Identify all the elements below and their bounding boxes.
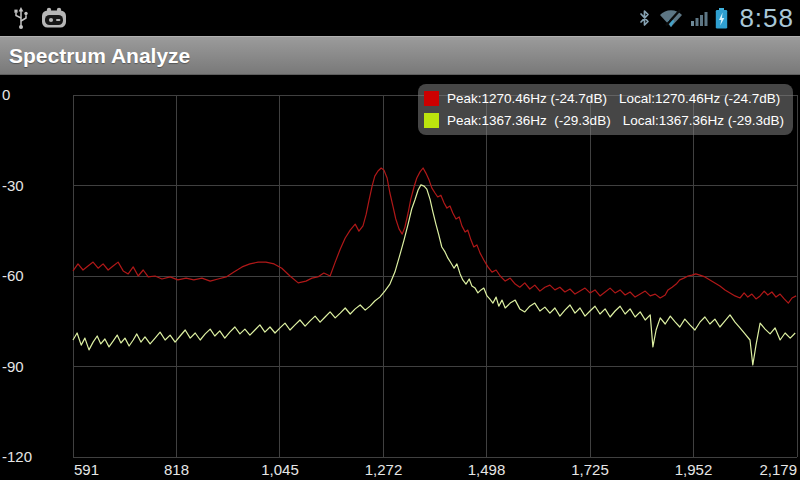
x-tick-label: 1,952 — [675, 461, 713, 478]
usb-icon — [12, 6, 30, 30]
cyanogenmod-mascot-icon — [40, 6, 68, 30]
green-trace — [73, 185, 795, 365]
status-bar-right: 8:58 — [638, 3, 800, 34]
bluetooth-icon — [638, 8, 651, 28]
x-tick-label: 1,272 — [365, 461, 403, 478]
x-tick-label: 1,498 — [468, 461, 506, 478]
spectrum-chart[interactable]: 0-30-60-90-1205918181,0451,2721,4981,725… — [0, 75, 800, 480]
y-tick-label: -30 — [2, 177, 24, 194]
legend-green-peak-label: Peak:1367.36Hz (-29.3dB) — [447, 113, 611, 128]
x-tick-label: 1,045 — [261, 461, 299, 478]
wifi-off-icon — [658, 8, 684, 28]
android-screen: 8:58 Spectrum Analyze 0-30-60-90-1205918… — [0, 0, 800, 480]
legend-swatch-green — [424, 113, 439, 128]
y-tick-label: -60 — [2, 267, 24, 284]
legend-swatch-red — [424, 91, 439, 106]
status-clock: 8:58 — [735, 3, 794, 34]
cell-signal-icon — [691, 8, 708, 28]
y-tick-label: -120 — [2, 448, 32, 465]
x-tick-label: 1,725 — [571, 461, 609, 478]
y-tick-label: -90 — [2, 358, 24, 375]
legend-row-green: Peak:1367.36Hz (-29.3dB)Local:1367.36Hz … — [424, 109, 784, 131]
status-bar-left — [0, 6, 68, 30]
red-trace — [73, 168, 796, 303]
app-title: Spectrum Analyze — [0, 44, 190, 68]
chart-legend: Peak:1270.46Hz (-24.7dB)Local:1270.46Hz … — [418, 84, 793, 135]
legend-red-peak-label: Peak:1270.46Hz (-24.7dB) — [447, 91, 607, 106]
y-tick-label: 0 — [2, 86, 10, 103]
legend-row-red: Peak:1270.46Hz (-24.7dB)Local:1270.46Hz … — [424, 87, 784, 109]
status-bar[interactable]: 8:58 — [0, 0, 800, 36]
legend-red-local-label: Local:1270.46Hz (-24.7dB) — [619, 91, 780, 106]
x-tick-label: 2,179 — [759, 461, 797, 478]
battery-charging-icon — [715, 8, 728, 29]
x-tick-label: 818 — [164, 461, 189, 478]
spectrum-plot-canvas[interactable]: 0-30-60-90-1205918181,0451,2721,4981,725… — [0, 75, 800, 480]
legend-green-local-label: Local:1367.36Hz (-29.3dB) — [623, 113, 784, 128]
x-tick-label: 591 — [74, 461, 99, 478]
app-title-bar: Spectrum Analyze — [0, 36, 800, 75]
